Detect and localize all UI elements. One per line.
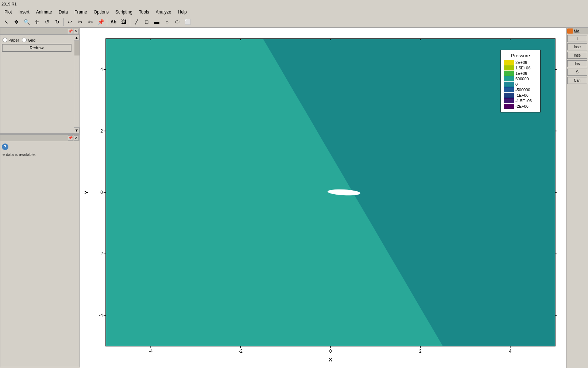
zoom-btn[interactable]: 🔍 <box>22 17 31 27</box>
panel-2-content: ? e data is available. <box>0 141 80 160</box>
right-cancel-btn[interactable]: Can <box>567 77 587 84</box>
scrollbar-down-btn[interactable]: ▼ <box>74 127 80 133</box>
rect-outline-btn[interactable]: □ <box>142 17 151 27</box>
right-insert-btn-3[interactable]: Ins <box>567 60 587 67</box>
colorbar-swatch-2 <box>504 71 514 76</box>
colorbar-swatch-5 <box>504 87 514 92</box>
colorbar-entry-1: 1.5E+06 <box>504 65 537 70</box>
right-panel: Ma I Inse Inse Ins S Can <box>566 28 588 368</box>
radio-row: Paper Grid <box>2 36 71 44</box>
menu-plot[interactable]: Plot <box>1 9 15 15</box>
panel-1-header: 📌 ✕ <box>0 28 80 35</box>
colorbar-swatch-3 <box>504 76 514 81</box>
panel-1: 📌 ✕ ▲ Paper Grid Redraw <box>0 28 80 134</box>
rect-fill-btn[interactable]: ▬ <box>152 17 162 27</box>
colorbar-label-4: 0 <box>515 82 537 87</box>
sep2 <box>107 18 107 26</box>
colorbar-entry-6: -1E+06 <box>504 93 537 98</box>
colorbar-label-8: -2E+06 <box>515 104 537 108</box>
sep1 <box>63 18 64 26</box>
panel-1-close-btn[interactable]: ✕ <box>74 29 79 34</box>
colorbar-swatch-4 <box>504 82 514 87</box>
right-insert-btn-1[interactable]: Inse <box>567 43 587 50</box>
colorbar-swatch-1 <box>504 65 514 70</box>
line-btn[interactable]: ╱ <box>132 17 141 27</box>
no-data-text: e data is available. <box>2 151 78 158</box>
title-bar: 2019 R1 <box>0 0 588 8</box>
frame-btn[interactable]: ⬜ <box>183 17 192 27</box>
help-icon[interactable]: ? <box>2 143 8 150</box>
colorbar-swatch-7 <box>504 98 514 103</box>
left-sidebar: 📌 ✕ ▲ Paper Grid Redraw <box>0 28 80 368</box>
colorbar-entry-0: 2E+06 <box>504 60 537 65</box>
colorbar-title: Pressure <box>504 53 537 58</box>
title-text: 2019 R1 <box>1 2 17 6</box>
text-btn[interactable]: Ab <box>109 17 118 27</box>
right-insert-btn-2[interactable]: Inse <box>567 52 587 59</box>
scissors-btn[interactable]: ✂ <box>76 17 85 27</box>
colorbar-label-5: -500000 <box>515 88 537 92</box>
right-panel-title: Ma <box>574 29 579 33</box>
pan-btn[interactable]: ✥ <box>12 17 21 27</box>
right-s-btn[interactable]: S <box>567 69 587 76</box>
right-btn-1[interactable]: I <box>567 35 587 42</box>
colorbar-entry-2: 1E+06 <box>504 71 537 76</box>
right-panel-icon <box>567 28 573 34</box>
paper-radio-label[interactable]: Paper <box>3 38 19 42</box>
colorbar-swatch-8 <box>504 104 514 109</box>
cut2-btn[interactable]: ✄ <box>86 17 95 27</box>
panel-1-content: Paper Grid Redraw <box>0 35 73 53</box>
circle-btn[interactable]: ○ <box>162 17 172 27</box>
panel-1-pin-btn[interactable]: 📌 <box>68 29 73 34</box>
menu-data[interactable]: Data <box>56 9 71 15</box>
ellipse-btn[interactable]: ⬭ <box>173 17 182 27</box>
colorbar-entry-8: -2E+06 <box>504 104 537 109</box>
menu-insert[interactable]: Insert <box>16 9 32 15</box>
menu-frame[interactable]: Frame <box>71 9 90 15</box>
scrollbar-thumb[interactable] <box>74 41 80 55</box>
help-row: ? <box>2 143 78 151</box>
menu-help[interactable]: Help <box>175 9 190 15</box>
colorbar-label-7: -1.5E+06 <box>515 99 537 103</box>
colorbar-label-6: -1E+06 <box>515 93 537 97</box>
grid-radio[interactable] <box>22 38 27 42</box>
plot-canvas <box>80 28 566 368</box>
colorbar: Pressure 2E+06 1.5E+06 1E+06 500000 0 <box>500 50 541 112</box>
colorbar-label-3: 500000 <box>515 77 537 81</box>
redraw-button[interactable]: Redraw <box>2 44 71 52</box>
rotate-right-btn[interactable]: ↻ <box>53 17 62 27</box>
panel-2-pin-btn[interactable]: 📌 <box>68 135 73 141</box>
colorbar-entry-5: -500000 <box>504 87 537 92</box>
rotate-left-btn[interactable]: ↺ <box>42 17 52 27</box>
colorbar-swatch-6 <box>504 93 514 98</box>
grid-radio-label[interactable]: Grid <box>22 38 35 42</box>
menu-bar: Plot Insert Animate Data Frame Options S… <box>0 8 588 16</box>
panel-2-header: 📌 ✕ <box>0 135 80 141</box>
panel-2: 📌 ✕ ? e data is available. <box>0 134 80 367</box>
select-arrow-btn[interactable]: ↖ <box>1 17 11 27</box>
paper-radio[interactable] <box>3 38 7 42</box>
image-btn[interactable]: 🖼 <box>119 17 128 27</box>
colorbar-entry-4: 0 <box>504 82 537 87</box>
main-layout: 📌 ✕ ▲ Paper Grid Redraw <box>0 28 588 368</box>
pin-btn[interactable]: 📌 <box>96 17 105 27</box>
menu-analyze[interactable]: Analyze <box>153 9 174 15</box>
colorbar-label-2: 1E+06 <box>515 71 537 76</box>
toolbar: ↖ ✥ 🔍 ✛ ↺ ↻ ↩ ✂ ✄ 📌 Ab 🖼 ╱ □ ▬ ○ ⬭ ⬜ <box>0 16 588 28</box>
scrollbar-up-btn[interactable]: ▲ <box>74 35 80 41</box>
colorbar-label-0: 2E+06 <box>515 60 537 65</box>
right-panel-header: Ma <box>566 28 588 34</box>
menu-options[interactable]: Options <box>91 9 112 15</box>
panel-2-close-btn[interactable]: ✕ <box>74 135 79 141</box>
move-btn[interactable]: ✛ <box>32 17 42 27</box>
colorbar-swatch-0 <box>504 60 514 65</box>
colorbar-entry-3: 500000 <box>504 76 537 81</box>
menu-scripting[interactable]: Scripting <box>112 9 135 15</box>
plot-area[interactable]: Pressure 2E+06 1.5E+06 1E+06 500000 0 <box>80 28 566 368</box>
menu-tools[interactable]: Tools <box>136 9 152 15</box>
scrollbar-track <box>74 41 80 127</box>
undo-btn[interactable]: ↩ <box>65 17 75 27</box>
colorbar-label-1: 1.5E+06 <box>515 66 537 70</box>
colorbar-entry-7: -1.5E+06 <box>504 98 537 103</box>
menu-animate[interactable]: Animate <box>33 9 55 15</box>
